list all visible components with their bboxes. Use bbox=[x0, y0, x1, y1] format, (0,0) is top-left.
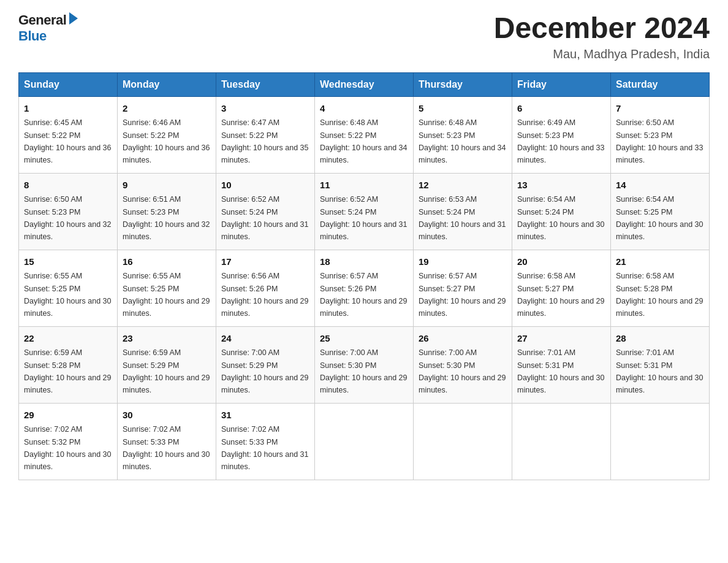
day-number: 31 bbox=[221, 408, 309, 423]
calendar-day-cell: 24 Sunrise: 7:00 AMSunset: 5:29 PMDaylig… bbox=[216, 326, 315, 403]
calendar-day-cell: 11 Sunrise: 6:52 AMSunset: 5:24 PMDaylig… bbox=[315, 173, 414, 250]
day-number: 13 bbox=[517, 178, 605, 193]
day-info: Sunrise: 6:57 AMSunset: 5:26 PMDaylight:… bbox=[320, 272, 407, 318]
day-info: Sunrise: 7:01 AMSunset: 5:31 PMDaylight:… bbox=[616, 348, 703, 394]
day-info: Sunrise: 7:01 AMSunset: 5:31 PMDaylight:… bbox=[517, 348, 604, 394]
day-info: Sunrise: 6:59 AMSunset: 5:29 PMDaylight:… bbox=[123, 348, 210, 394]
day-number: 20 bbox=[517, 255, 605, 269]
day-info: Sunrise: 6:53 AMSunset: 5:24 PMDaylight:… bbox=[419, 195, 506, 241]
calendar-day-cell bbox=[611, 403, 710, 480]
calendar-day-cell: 22 Sunrise: 6:59 AMSunset: 5:28 PMDaylig… bbox=[19, 326, 118, 403]
calendar-day-cell: 17 Sunrise: 6:56 AMSunset: 5:26 PMDaylig… bbox=[216, 250, 315, 326]
day-number: 5 bbox=[419, 102, 507, 116]
calendar-day-cell: 25 Sunrise: 7:00 AMSunset: 5:30 PMDaylig… bbox=[315, 326, 414, 403]
day-number: 27 bbox=[517, 332, 605, 346]
logo-blue-text: Blue bbox=[18, 28, 47, 44]
day-number: 24 bbox=[221, 332, 309, 346]
calendar-day-cell: 1 Sunrise: 6:45 AMSunset: 5:22 PMDayligh… bbox=[19, 96, 118, 173]
day-info: Sunrise: 6:49 AMSunset: 5:23 PMDaylight:… bbox=[517, 118, 604, 164]
calendar-table: SundayMondayTuesdayWednesdayThursdayFrid… bbox=[18, 72, 710, 480]
calendar-day-cell: 8 Sunrise: 6:50 AMSunset: 5:23 PMDayligh… bbox=[19, 173, 118, 250]
day-number: 18 bbox=[320, 255, 408, 269]
day-info: Sunrise: 6:50 AMSunset: 5:23 PMDaylight:… bbox=[24, 195, 111, 241]
calendar-day-cell bbox=[512, 403, 611, 480]
calendar-week-row: 22 Sunrise: 6:59 AMSunset: 5:28 PMDaylig… bbox=[19, 326, 710, 403]
day-number: 6 bbox=[517, 102, 605, 116]
calendar-day-cell: 21 Sunrise: 6:58 AMSunset: 5:28 PMDaylig… bbox=[611, 250, 710, 326]
calendar-day-cell: 12 Sunrise: 6:53 AMSunset: 5:24 PMDaylig… bbox=[414, 173, 512, 250]
day-of-week-header: Monday bbox=[118, 72, 216, 96]
calendar-day-cell: 13 Sunrise: 6:54 AMSunset: 5:24 PMDaylig… bbox=[512, 173, 611, 250]
day-info: Sunrise: 6:48 AMSunset: 5:22 PMDaylight:… bbox=[320, 118, 407, 164]
calendar-day-cell: 20 Sunrise: 6:58 AMSunset: 5:27 PMDaylig… bbox=[512, 250, 611, 326]
calendar-day-cell: 19 Sunrise: 6:57 AMSunset: 5:27 PMDaylig… bbox=[414, 250, 512, 326]
calendar-week-row: 1 Sunrise: 6:45 AMSunset: 5:22 PMDayligh… bbox=[19, 96, 710, 173]
calendar-week-row: 15 Sunrise: 6:55 AMSunset: 5:25 PMDaylig… bbox=[19, 250, 710, 326]
calendar-day-cell: 16 Sunrise: 6:55 AMSunset: 5:25 PMDaylig… bbox=[118, 250, 216, 326]
calendar-title: December 2024 bbox=[494, 12, 710, 45]
day-info: Sunrise: 6:58 AMSunset: 5:27 PMDaylight:… bbox=[517, 272, 604, 318]
day-info: Sunrise: 7:02 AMSunset: 5:33 PMDaylight:… bbox=[221, 425, 308, 471]
day-number: 7 bbox=[616, 102, 704, 116]
calendar-day-cell: 7 Sunrise: 6:50 AMSunset: 5:23 PMDayligh… bbox=[611, 96, 710, 173]
day-info: Sunrise: 6:59 AMSunset: 5:28 PMDaylight:… bbox=[24, 348, 111, 394]
day-info: Sunrise: 6:45 AMSunset: 5:22 PMDaylight:… bbox=[24, 118, 111, 164]
calendar-day-cell: 5 Sunrise: 6:48 AMSunset: 5:23 PMDayligh… bbox=[414, 96, 512, 173]
day-number: 28 bbox=[616, 332, 704, 346]
day-number: 25 bbox=[320, 332, 408, 346]
calendar-week-row: 29 Sunrise: 7:02 AMSunset: 5:32 PMDaylig… bbox=[19, 403, 710, 480]
day-of-week-header: Sunday bbox=[19, 72, 118, 96]
day-of-week-header: Thursday bbox=[414, 72, 512, 96]
day-of-week-header: Friday bbox=[512, 72, 611, 96]
day-number: 11 bbox=[320, 178, 408, 193]
day-number: 3 bbox=[221, 102, 309, 116]
page-header: General Blue December 2024 Mau, Madhya P… bbox=[18, 12, 710, 61]
calendar-day-cell: 27 Sunrise: 7:01 AMSunset: 5:31 PMDaylig… bbox=[512, 326, 611, 403]
day-number: 16 bbox=[123, 255, 211, 269]
logo: General Blue bbox=[18, 12, 80, 44]
calendar-day-cell bbox=[414, 403, 512, 480]
day-of-week-header: Tuesday bbox=[216, 72, 315, 96]
calendar-day-cell bbox=[315, 403, 414, 480]
day-number: 19 bbox=[419, 255, 507, 269]
logo-general-text: General bbox=[18, 12, 66, 28]
calendar-day-cell: 30 Sunrise: 7:02 AMSunset: 5:33 PMDaylig… bbox=[118, 403, 216, 480]
day-number: 15 bbox=[24, 255, 112, 269]
calendar-day-cell: 3 Sunrise: 6:47 AMSunset: 5:22 PMDayligh… bbox=[216, 96, 315, 173]
calendar-day-cell: 23 Sunrise: 6:59 AMSunset: 5:29 PMDaylig… bbox=[118, 326, 216, 403]
calendar-day-cell: 9 Sunrise: 6:51 AMSunset: 5:23 PMDayligh… bbox=[118, 173, 216, 250]
day-number: 4 bbox=[320, 102, 408, 116]
calendar-day-cell: 6 Sunrise: 6:49 AMSunset: 5:23 PMDayligh… bbox=[512, 96, 611, 173]
day-number: 26 bbox=[419, 332, 507, 346]
calendar-day-cell: 14 Sunrise: 6:54 AMSunset: 5:25 PMDaylig… bbox=[611, 173, 710, 250]
logo-triangle-icon bbox=[69, 12, 78, 25]
day-info: Sunrise: 7:02 AMSunset: 5:33 PMDaylight:… bbox=[123, 425, 210, 471]
day-info: Sunrise: 6:52 AMSunset: 5:24 PMDaylight:… bbox=[320, 195, 407, 241]
title-area: December 2024 Mau, Madhya Pradesh, India bbox=[494, 12, 710, 61]
calendar-day-cell: 28 Sunrise: 7:01 AMSunset: 5:31 PMDaylig… bbox=[611, 326, 710, 403]
day-info: Sunrise: 6:56 AMSunset: 5:26 PMDaylight:… bbox=[221, 272, 308, 318]
day-number: 9 bbox=[123, 178, 211, 193]
day-info: Sunrise: 6:51 AMSunset: 5:23 PMDaylight:… bbox=[123, 195, 210, 241]
calendar-week-row: 8 Sunrise: 6:50 AMSunset: 5:23 PMDayligh… bbox=[19, 173, 710, 250]
day-number: 29 bbox=[24, 408, 112, 423]
day-number: 12 bbox=[419, 178, 507, 193]
day-info: Sunrise: 6:50 AMSunset: 5:23 PMDaylight:… bbox=[616, 118, 703, 164]
day-info: Sunrise: 6:46 AMSunset: 5:22 PMDaylight:… bbox=[123, 118, 210, 164]
day-info: Sunrise: 7:02 AMSunset: 5:32 PMDaylight:… bbox=[24, 425, 111, 471]
day-info: Sunrise: 6:52 AMSunset: 5:24 PMDaylight:… bbox=[221, 195, 308, 241]
day-info: Sunrise: 6:54 AMSunset: 5:24 PMDaylight:… bbox=[517, 195, 604, 241]
day-info: Sunrise: 7:00 AMSunset: 5:29 PMDaylight:… bbox=[221, 348, 308, 394]
day-info: Sunrise: 6:47 AMSunset: 5:22 PMDaylight:… bbox=[221, 118, 308, 164]
calendar-subtitle: Mau, Madhya Pradesh, India bbox=[494, 47, 710, 61]
day-info: Sunrise: 6:57 AMSunset: 5:27 PMDaylight:… bbox=[419, 272, 506, 318]
calendar-day-cell: 29 Sunrise: 7:02 AMSunset: 5:32 PMDaylig… bbox=[19, 403, 118, 480]
calendar-day-cell: 15 Sunrise: 6:55 AMSunset: 5:25 PMDaylig… bbox=[19, 250, 118, 326]
day-info: Sunrise: 6:55 AMSunset: 5:25 PMDaylight:… bbox=[123, 272, 210, 318]
day-number: 2 bbox=[123, 102, 211, 116]
day-number: 1 bbox=[24, 102, 112, 116]
day-info: Sunrise: 7:00 AMSunset: 5:30 PMDaylight:… bbox=[320, 348, 407, 394]
day-info: Sunrise: 6:48 AMSunset: 5:23 PMDaylight:… bbox=[419, 118, 506, 164]
calendar-day-cell: 26 Sunrise: 7:00 AMSunset: 5:30 PMDaylig… bbox=[414, 326, 512, 403]
calendar-day-cell: 2 Sunrise: 6:46 AMSunset: 5:22 PMDayligh… bbox=[118, 96, 216, 173]
